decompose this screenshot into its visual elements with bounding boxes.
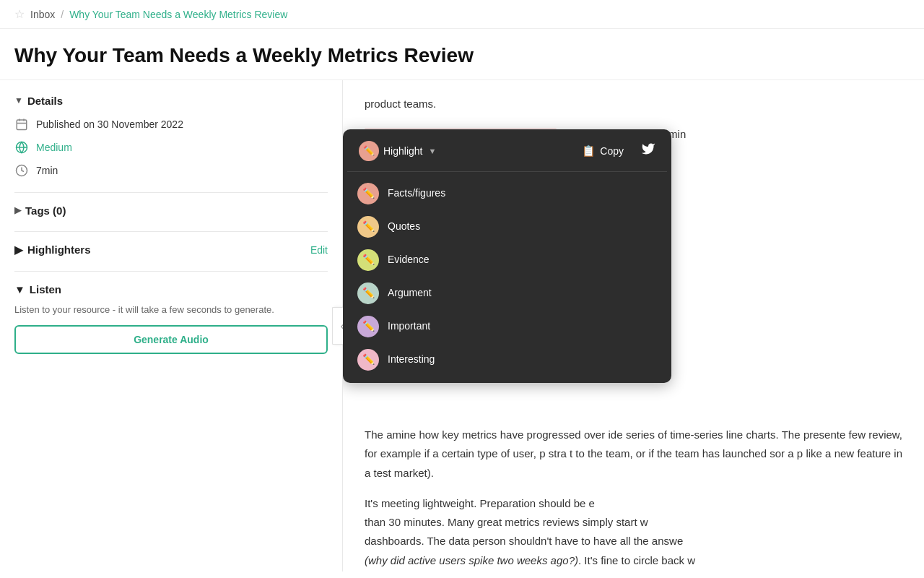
highlighters-label: Highlighters [27,243,91,256]
read-time-item: 7min [14,163,328,178]
generate-audio-button[interactable]: Generate Audio [14,325,328,354]
quotes-label: Quotes [388,217,420,236]
article-content: product teams. A weekly metrics review s… [365,95,902,570]
page-title-bar: Why Your Team Needs a Weekly Metrics Rev… [0,29,924,80]
twitter-share-button[interactable] [635,139,661,163]
toolbar-top-row: ✏️ Highlight ▼ 📋 Copy [347,137,667,172]
important-icon: ✏️ [357,316,379,337]
argument-label: Argument [388,284,432,302]
content-area: product teams. A weekly metrics review s… [343,80,924,571]
calendar-icon [14,117,29,131]
chevron-down-icon-2: ▼ [14,283,25,296]
highlight-options-list: ✏️ Facts/figures ✏️ Quotes ✏️ Evidence ✏… [347,178,667,376]
highlight-button[interactable]: ✏️ Highlight ▼ [353,138,442,164]
interesting-icon: ✏️ [357,349,379,371]
listen-description: Listen to your resource - it will take a… [14,303,328,317]
listen-label: Listen [30,283,61,296]
svg-rect-0 [17,120,27,130]
breadcrumb-inbox[interactable]: Inbox [30,9,55,20]
breadcrumb: ☆ Inbox / Why Your Team Needs a Weekly M… [0,0,924,29]
read-time: 7min [36,165,58,176]
listen-header[interactable]: ▼ Listen [14,283,328,296]
edit-link[interactable]: Edit [310,244,328,256]
details-header[interactable]: ▼ Details [14,95,328,107]
copy-icon: 📋 [582,144,596,158]
evidence-icon: ✏️ [357,249,379,271]
published-date-item: Published on 30 November 2022 [14,117,328,131]
tags-label: Tags (0) [25,204,66,217]
divider-2 [14,231,328,232]
star-icon[interactable]: ☆ [14,7,25,21]
copy-label: Copy [600,145,624,157]
highlighters-header: ▶ Highlighters Edit [14,243,328,256]
chevron-right-icon: ▶ [14,205,21,215]
copy-button[interactable]: 📋 Copy [575,142,631,160]
highlight-option-facts[interactable]: ✏️ Facts/figures [347,178,667,210]
evidence-label: Evidence [388,251,430,269]
divider-3 [14,271,328,272]
breadcrumb-current[interactable]: Why Your Team Needs a Weekly Metrics Rev… [69,9,287,20]
content-para-4: It's meeting lightweight. Preparation sh… [365,494,902,570]
published-date: Published on 30 November 2022 [36,118,183,130]
medium-link[interactable]: Medium [36,142,72,153]
tags-section: ▶ Tags (0) [14,204,328,217]
facts-icon: ✏️ [357,183,379,204]
argument-icon: ✏️ [357,282,379,304]
highlight-option-interesting[interactable]: ✏️ Interesting [347,344,667,376]
highlight-circle-icon: ✏️ [359,141,379,161]
quotes-icon: ✏️ [357,216,379,238]
highlight-popup-toolbar: ✏️ Highlight ▼ 📋 Copy [343,129,671,383]
chevron-right-icon-2: ▶ [14,243,23,256]
highlighters-title[interactable]: ▶ Highlighters [14,243,91,256]
highlighters-section: ▶ Highlighters Edit [14,243,328,256]
breadcrumb-separator: / [61,9,64,20]
page-title: Why Your Team Needs a Weekly Metrics Rev… [14,43,910,68]
content-para-3: The amine how key metrics have progresse… [365,426,902,483]
highlight-option-quotes[interactable]: ✏️ Quotes [347,211,667,243]
chevron-down-icon: ▼ [14,95,23,105]
highlight-option-argument[interactable]: ✏️ Argument [347,277,667,309]
highlight-label: Highlight [383,145,422,157]
interesting-label: Interesting [388,350,435,368]
divider-1 [14,192,328,193]
listen-section: ▼ Listen Listen to your resource - it wi… [14,283,328,355]
clock-icon [14,163,29,178]
important-label: Important [388,317,430,335]
highlight-option-evidence[interactable]: ✏️ Evidence [347,244,667,276]
tags-header[interactable]: ▶ Tags (0) [14,204,328,217]
content-para-1: product teams. [365,95,902,113]
facts-label: Facts/figures [388,184,445,202]
main-layout: ▼ Details Published on 30 November 2022 [0,80,924,571]
details-label: Details [27,95,63,107]
globe-icon [14,140,29,155]
details-section: ▼ Details Published on 30 November 2022 [14,95,328,178]
toolbar-chevron-icon: ▼ [428,147,436,155]
highlight-option-important[interactable]: ✏️ Important [347,311,667,342]
medium-link-item[interactable]: Medium [14,140,328,155]
sidebar: ▼ Details Published on 30 November 2022 [0,80,343,571]
twitter-icon [641,142,655,160]
